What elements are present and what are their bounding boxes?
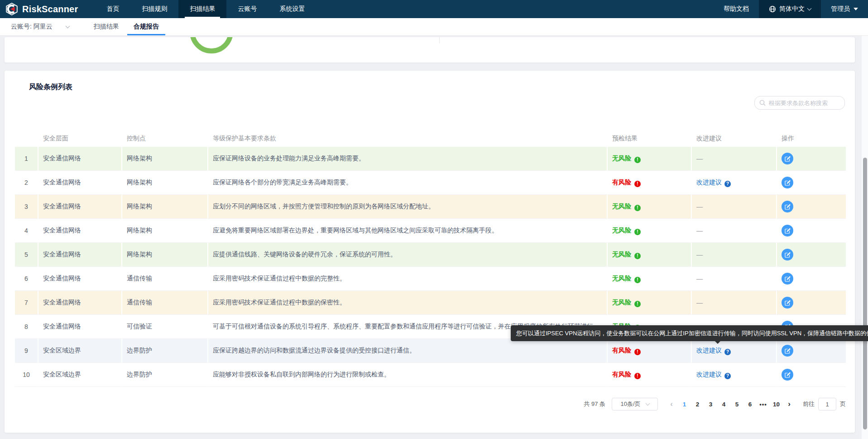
next-page-button[interactable]: ›: [783, 400, 796, 409]
help-icon[interactable]: ?: [724, 181, 731, 187]
suggestion-tooltip: 您可以通过IPSEC VPN远程访问，使业务数据可以在公网上通过IP加密信道进行…: [511, 325, 868, 341]
goto-page-input[interactable]: [818, 398, 836, 410]
table-row: 10安全区域边界边界防护应能够对非授权设备私自联到内部网络的行为进行限制或检查。…: [15, 363, 846, 387]
cell-security-layer: 安全区域边界: [38, 363, 122, 387]
cell-actions: [777, 171, 846, 195]
cell-improvement-suggestion: —: [692, 243, 777, 267]
edit-icon: [785, 276, 791, 282]
cell-actions: [777, 339, 846, 363]
cell-requirement-clause: 应保证跨越边界的访问和数据流通过边界设备提供的受控接口进行通信。: [208, 339, 608, 363]
edit-icon: [785, 204, 791, 210]
status-label: 无风险: [612, 299, 631, 306]
cell-requirement-clause: 应采用密码技术保证通信过程中数据的完整性。: [208, 267, 608, 291]
card-column-divider: [439, 37, 440, 43]
page-number[interactable]: 5: [730, 401, 743, 408]
help-icon[interactable]: ?: [724, 373, 731, 379]
cell-requirement-clause: 应采用密码技术保证通信过程中数据的保密性。: [208, 291, 608, 315]
cell-improvement-suggestion: 改进建议?: [692, 363, 777, 387]
tab-scan-results[interactable]: 扫描结果: [86, 18, 126, 35]
page-number[interactable]: 2: [691, 401, 704, 408]
cloud-account-selector[interactable]: 云账号: 阿里云: [11, 18, 69, 35]
scrollbar-thumb[interactable]: [863, 158, 867, 429]
nav-item-system-settings[interactable]: 系统设置: [268, 0, 316, 18]
exclamation-icon: !: [634, 373, 641, 379]
search-icon: [759, 100, 766, 106]
status-label: 无风险: [612, 203, 631, 210]
status-label: 无风险: [612, 227, 631, 234]
suggestion-link[interactable]: 改进建议: [696, 347, 722, 354]
edit-button[interactable]: [782, 273, 793, 285]
search-input[interactable]: [769, 100, 849, 106]
help-docs-link[interactable]: 帮助文档: [714, 0, 759, 18]
cell-security-layer: 安全通信网络: [38, 267, 122, 291]
cell-actions: [777, 267, 846, 291]
cell-control-point: 边界防护: [122, 363, 208, 387]
page-size-select[interactable]: 10条/页: [612, 398, 658, 410]
table-row: 4安全通信网络网络架构应避免将重要网络区域部署在边界处，重要网络区域与其他网络区…: [15, 219, 846, 243]
edit-button[interactable]: [782, 201, 793, 212]
suggestion-link[interactable]: 改进建议: [696, 178, 722, 186]
goto-suffix: 页: [840, 400, 846, 408]
cell-control-point: 通信传输: [122, 267, 208, 291]
suggestion-link[interactable]: 改进建议: [696, 371, 722, 378]
brand-logo[interactable]: RiskScanner: [0, 0, 85, 18]
exclamation-icon: !: [634, 253, 641, 259]
help-icon[interactable]: ?: [724, 349, 731, 355]
result-tabs: 扫描结果 合规报告: [86, 18, 166, 35]
edit-icon: [785, 156, 791, 162]
cell-control-point: 网络架构: [122, 147, 208, 171]
cell-control-point: 边界防护: [122, 339, 208, 363]
cell-requirement-clause: 应划分不同的网络区域，并按照方便管理和控制的原则为各网络区域分配地址。: [208, 195, 608, 219]
col-control-point: 控制点: [122, 130, 208, 147]
language-switcher[interactable]: 简体中文: [759, 0, 821, 18]
edit-button[interactable]: [782, 177, 793, 188]
goto-label: 前往: [803, 400, 815, 408]
table-row: 5安全通信网络网络架构应提供通信线路、关键网络设备的硬件冗余，保证系统的可用性。…: [15, 243, 846, 267]
page-number[interactable]: 6: [743, 401, 757, 408]
empty-suggestion: —: [696, 155, 703, 162]
edit-button[interactable]: [782, 153, 793, 164]
edit-button[interactable]: [782, 249, 793, 261]
edit-button[interactable]: [782, 225, 793, 236]
edit-button[interactable]: [782, 297, 793, 309]
nav-item-home[interactable]: 首页: [95, 0, 130, 18]
row-index: 3: [15, 195, 38, 219]
exclamation-icon: !: [634, 205, 641, 211]
user-menu[interactable]: 管理员: [821, 0, 868, 18]
edit-button[interactable]: [782, 345, 793, 357]
nav-item-cloud-accounts[interactable]: 云账号: [226, 0, 268, 18]
page-number[interactable]: 1: [678, 401, 691, 408]
nav-item-scan-rules[interactable]: 扫描规则: [130, 0, 178, 18]
page-number[interactable]: 10: [770, 401, 783, 408]
brand-name: RiskScanner: [22, 4, 78, 14]
prev-page-button[interactable]: ‹: [665, 400, 678, 409]
total-count: 共 97 条: [584, 400, 605, 408]
compliance-gauge-arc: [190, 37, 233, 53]
table-row: 3安全通信网络网络架构应划分不同的网络区域，并按照方便管理和控制的原则为各网络区…: [15, 195, 846, 219]
row-index: 10: [15, 363, 38, 387]
clause-search-box[interactable]: [754, 96, 845, 110]
cell-improvement-suggestion: 改进建议?: [692, 339, 777, 363]
row-index: 4: [15, 219, 38, 243]
cell-precheck-result: 有风险!: [608, 171, 692, 195]
page-numbers: 123456•••10: [678, 401, 783, 408]
page-number[interactable]: 4: [717, 401, 730, 408]
row-index: 5: [15, 243, 38, 267]
table-row: 1安全通信网络网络架构应保证网络设备的业务处理能力满足业务高峰期需要。无风险!—: [15, 147, 846, 171]
page-number[interactable]: 3: [704, 401, 717, 408]
cell-control-point: 网络架构: [122, 243, 208, 267]
risk-clause-panel: 风险条例列表 安全层面 控制点 等级保护基本要求条款 预检结果: [5, 71, 855, 433]
edit-button[interactable]: [782, 369, 793, 381]
empty-suggestion: —: [696, 275, 703, 282]
cell-control-point: 网络架构: [122, 195, 208, 219]
col-requirement-clause: 等级保护基本要求条款: [208, 130, 608, 147]
language-label: 简体中文: [779, 5, 805, 13]
riskscanner-logo-icon: [5, 3, 18, 15]
exclamation-icon: !: [634, 277, 641, 283]
cell-actions: [777, 147, 846, 171]
tab-compliance-report[interactable]: 合规报告: [126, 18, 166, 35]
row-index: 2: [15, 171, 38, 195]
edit-icon: [785, 252, 791, 258]
cell-requirement-clause: 应避免将重要网络区域部署在边界处，重要网络区域与其他网络区域之间应采取可靠的技术…: [208, 219, 608, 243]
nav-item-scan-results[interactable]: 扫描结果: [178, 0, 226, 18]
